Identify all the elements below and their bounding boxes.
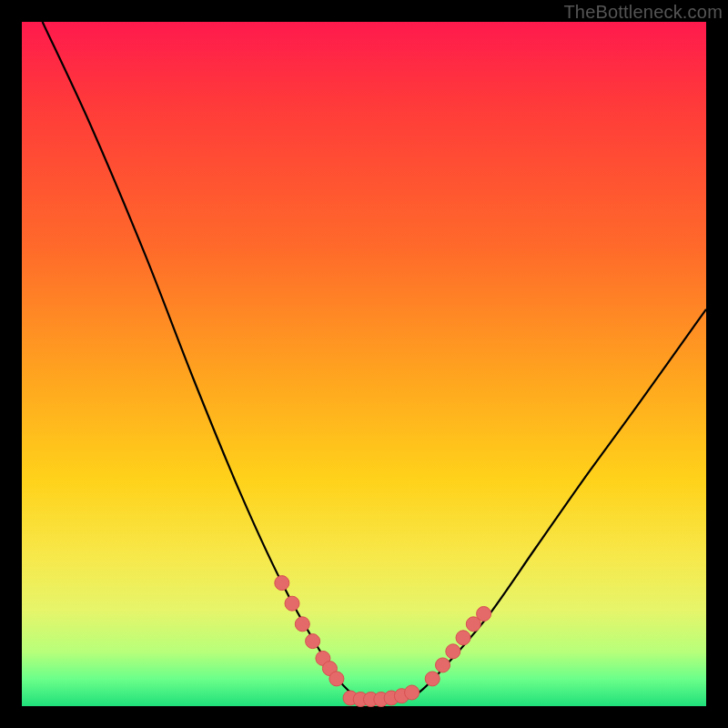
marker-dot	[477, 607, 491, 622]
marker-dot	[329, 672, 344, 686]
marker-dot	[295, 617, 309, 632]
marker-dot	[425, 672, 440, 686]
marker-dot	[446, 644, 460, 659]
bottleneck-curve	[43, 22, 706, 701]
marker-dot	[306, 634, 320, 649]
watermark-text: TheBottleneck.com	[563, 2, 723, 23]
marker-dot	[436, 658, 450, 672]
chart-frame: TheBottleneck.com	[0, 0, 728, 728]
marker-dot	[405, 685, 420, 700]
marker-dot	[456, 631, 470, 645]
marker-dot	[275, 576, 289, 591]
marker-layer	[275, 576, 491, 707]
chart-svg	[22, 22, 706, 706]
marker-dot	[285, 596, 299, 611]
